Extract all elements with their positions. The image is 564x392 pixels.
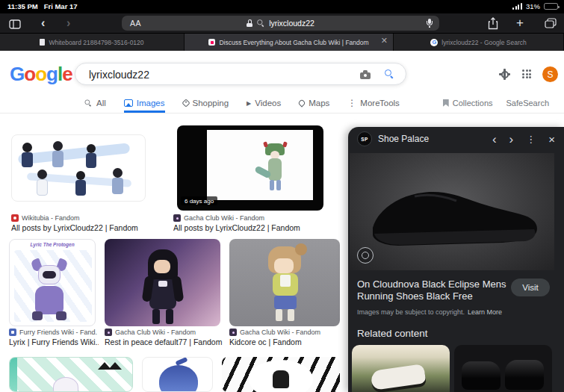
- result-title[interactable]: Kidcore oc | Fandom: [229, 337, 341, 346]
- google-search-page: Google lyrixcloudz22 S All Images: [0, 51, 564, 392]
- source-text: Gacha Club Wiki - Fandom: [115, 329, 196, 336]
- logo-letter: e: [62, 63, 72, 85]
- panel-close-icon[interactable]: ×: [548, 133, 555, 146]
- collections-button[interactable]: Collections: [443, 99, 493, 108]
- logo-letter: o: [24, 63, 35, 85]
- result-source[interactable]: Gacha Club Wiki - Fandom: [105, 329, 223, 336]
- videos-play-icon: ▶: [247, 100, 251, 107]
- source-text: Wikitubia - Fandom: [22, 214, 80, 222]
- nav-label: Maps: [309, 99, 329, 108]
- result-title[interactable]: All posts by LyrixCloudz22 | Fandom: [11, 223, 168, 232]
- all-search-icon: [85, 100, 92, 107]
- status-right: 31%: [512, 2, 558, 10]
- back-button[interactable]: ‹: [41, 17, 45, 29]
- image-detail-panel: SP Shoe Palace ‹ › ⋮ × On Cloudnova Blac…: [348, 127, 564, 392]
- related-image-1[interactable]: [352, 345, 450, 392]
- result-thumbnail-partial-3[interactable]: [222, 357, 340, 392]
- result-source[interactable]: Gacha Club Wiki - Fandom: [173, 214, 326, 222]
- battery-percent: 31%: [526, 2, 540, 10]
- panel-main-image[interactable]: [350, 153, 554, 270]
- result-title[interactable]: Rest in peace default77 | Fandom: [105, 337, 224, 346]
- shoe-palace-logo: SP: [357, 131, 372, 146]
- nav-label: SafeSearch: [506, 99, 549, 108]
- result-thumbnail-partial-2[interactable]: [142, 357, 213, 392]
- gacha-wiki-favicon: [229, 329, 237, 336]
- sidebar-icon: [9, 19, 21, 29]
- mic-icon[interactable]: [427, 19, 433, 28]
- google-logo[interactable]: Google: [10, 63, 72, 86]
- panel-more-icon[interactable]: ⋮: [526, 134, 536, 145]
- search-submit-icon[interactable]: [385, 69, 394, 78]
- forward-button[interactable]: ›: [66, 17, 70, 29]
- search-input[interactable]: lyrixcloudz22: [75, 63, 406, 85]
- result-title[interactable]: Lyrix | Furry Friends Wiki...: [9, 337, 99, 346]
- status-bar: 11:35 PM Fri Mar 17 31%: [0, 0, 564, 13]
- result-thumbnail-darkhair[interactable]: [105, 239, 220, 326]
- panel-site-name[interactable]: Shoe Palace: [378, 134, 486, 144]
- search-glyph-icon: [257, 19, 264, 27]
- nav-label: Shopping: [193, 99, 229, 108]
- search-query-text: lyrixcloudz22: [89, 69, 149, 81]
- new-tab-button[interactable]: +: [516, 16, 524, 29]
- previous-image-button[interactable]: ‹: [492, 133, 497, 146]
- logo-letter: o: [35, 63, 46, 85]
- images-icon: [124, 99, 133, 107]
- safesearch-button[interactable]: SafeSearch: [506, 99, 549, 108]
- nav-tab-more[interactable]: ⋮ More: [347, 93, 379, 113]
- nav-tab-maps[interactable]: Maps: [299, 93, 329, 113]
- clock-text: 11:35 PM: [7, 2, 38, 10]
- nav-tab-images[interactable]: Images: [124, 93, 165, 113]
- nav-label: All: [96, 99, 106, 108]
- result-thumbnail-refsheet[interactable]: [11, 134, 146, 202]
- result-title[interactable]: All posts by LyrixCloudz22 | Fandom: [173, 223, 330, 232]
- nav-left: All Images Shopping ▶ Videos Maps: [84, 93, 380, 113]
- nav-tab-all[interactable]: All: [84, 93, 106, 113]
- tab-bar: Whiteboard 21884798-3516-0120 Discuss Ev…: [0, 34, 564, 51]
- tab-overview-button[interactable]: [545, 18, 557, 31]
- furry-wiki-favicon: [9, 329, 16, 336]
- tab-whiteboard[interactable]: Whiteboard 21884798-3516-0120: [0, 34, 185, 51]
- tab-label: Discuss Everything About Gacha Club Wiki…: [219, 39, 368, 46]
- battery-icon: [544, 3, 558, 10]
- tab-fandom-discuss[interactable]: Discuss Everything About Gacha Club Wiki…: [185, 34, 394, 51]
- sidebar-toggle-button[interactable]: [9, 19, 21, 32]
- result-source[interactable]: Gacha Club Wiki - Fandom: [229, 329, 341, 336]
- document-icon: [40, 39, 45, 46]
- nav-label: Collections: [453, 99, 493, 108]
- result-thumbnail-protogen[interactable]: Lyric The Protogen: [9, 239, 96, 326]
- nav-right: Collections SafeSearch: [443, 93, 549, 113]
- screen: 11:35 PM Fri Mar 17 31% ‹ › AA lyrixclou…: [0, 0, 564, 392]
- status-left: 11:35 PM Fri Mar 17: [7, 2, 78, 10]
- result-source[interactable]: Furry Friends Wiki - Fand...: [9, 329, 97, 336]
- panel-result-title[interactable]: On Cloudnova Black Eclipse Mens Running …: [357, 279, 506, 303]
- google-lens-icon[interactable]: [357, 247, 374, 264]
- gacha-wiki-favicon: [173, 214, 181, 222]
- learn-more-link[interactable]: Learn More: [468, 308, 502, 316]
- nav-label: Videos: [255, 99, 281, 108]
- result-thumbnail-video[interactable]: 6 days ago: [177, 125, 323, 211]
- visit-button[interactable]: Visit: [511, 279, 550, 296]
- tools-button[interactable]: Tools: [379, 99, 400, 108]
- result-thumbnail-partial-1[interactable]: [9, 357, 133, 392]
- google-apps-grid-icon[interactable]: [522, 69, 531, 78]
- next-image-button[interactable]: ›: [509, 133, 514, 146]
- nav-tab-videos[interactable]: ▶ Videos: [247, 93, 281, 113]
- copyright-note: Images may be subject to copyright.Learn…: [357, 308, 502, 316]
- address-bar[interactable]: AA lyrixcloudz22: [122, 16, 439, 31]
- result-source[interactable]: Wikitubia - Fandom: [11, 214, 164, 222]
- related-image-2[interactable]: [454, 345, 552, 392]
- account-avatar[interactable]: S: [542, 66, 558, 82]
- camera-lens-icon[interactable]: [360, 70, 371, 79]
- sneaker-image: [362, 164, 542, 261]
- result-thumbnail-kidcore[interactable]: [229, 239, 340, 326]
- cellular-signal-icon: [512, 3, 522, 10]
- logo-letter: g: [46, 63, 58, 85]
- tab-close-icon[interactable]: ✕: [381, 36, 388, 46]
- result-age-badge: 6 days ago: [181, 196, 217, 205]
- tab-google-search[interactable]: G lyrixcloudz22 - Google Search: [394, 34, 564, 51]
- date-text: Fri Mar 17: [44, 2, 78, 10]
- settings-gear-icon[interactable]: [499, 69, 510, 80]
- maps-pin-icon: [298, 99, 306, 107]
- share-button[interactable]: [488, 17, 498, 33]
- nav-tab-shopping[interactable]: Shopping: [183, 93, 229, 113]
